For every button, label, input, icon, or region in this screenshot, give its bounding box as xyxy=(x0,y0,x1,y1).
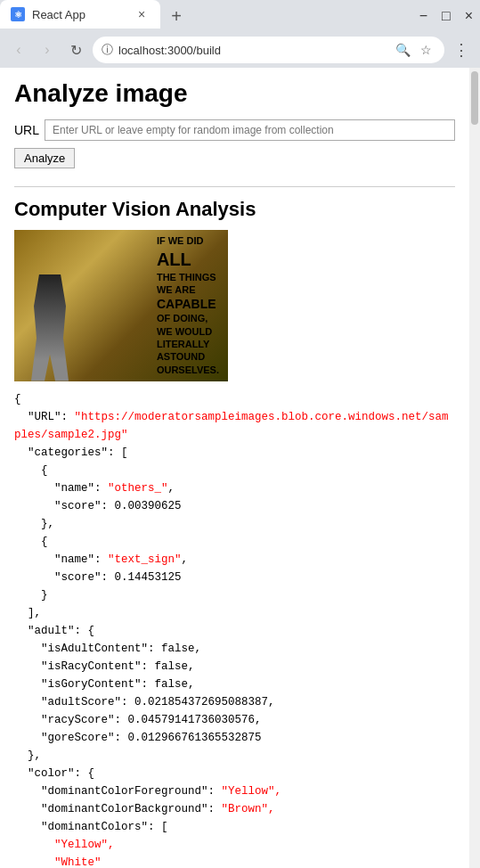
back-button[interactable]: ‹ xyxy=(7,38,30,61)
analyze-button[interactable]: Analyze xyxy=(14,148,75,168)
active-tab[interactable]: ⚛ React App × xyxy=(0,0,160,29)
address-text: localhost:3000/build xyxy=(118,44,387,57)
image-text: IF WE DID ALL THE THINGS WE ARE CAPABLE … xyxy=(157,234,219,376)
forward-button[interactable]: › xyxy=(36,38,59,61)
secure-icon: ⓘ xyxy=(102,42,113,58)
browser-chrome: ⚛ React App × + − □ × ‹ › ↻ ⓘ localhost:… xyxy=(0,0,480,68)
new-tab-button[interactable]: + xyxy=(164,4,189,29)
window-controls: − □ × xyxy=(419,0,480,32)
image-overlay: IF WE DID ALL THE THINGS WE ARE CAPABLE … xyxy=(14,230,228,381)
window-close-button[interactable]: × xyxy=(465,8,473,24)
refresh-button[interactable]: ↻ xyxy=(64,38,87,61)
tab-label: React App xyxy=(32,8,126,21)
scrollbar[interactable] xyxy=(469,68,480,868)
address-bar-row: ‹ › ↻ ⓘ localhost:3000/build 🔍 ☆ ⋮ xyxy=(0,32,480,68)
more-menu-button[interactable]: ⋮ xyxy=(450,38,473,61)
address-bar-actions: 🔍 ☆ xyxy=(393,40,435,60)
scrollbar-thumb[interactable] xyxy=(471,71,478,125)
analyzed-image: IF WE DID ALL THE THINGS WE ARE CAPABLE … xyxy=(14,230,228,381)
bookmark-icon[interactable]: ☆ xyxy=(416,40,435,60)
address-bar[interactable]: ⓘ localhost:3000/build 🔍 ☆ xyxy=(93,37,444,63)
minimize-button[interactable]: − xyxy=(419,8,427,24)
page-title: Analyze image xyxy=(14,78,455,109)
section-title: Computer Vision Analysis xyxy=(14,198,455,221)
search-icon[interactable]: 🔍 xyxy=(393,40,412,60)
url-label: URL xyxy=(14,123,39,137)
browser-viewport: Analyze image URL Analyze Computer Visio… xyxy=(0,68,480,868)
tab-favicon: ⚛ xyxy=(11,7,25,21)
maximize-button[interactable]: □ xyxy=(442,8,451,24)
page-content: Analyze image URL Analyze Computer Visio… xyxy=(0,68,469,868)
json-output: { "URL": "https://moderatorsampleimages.… xyxy=(14,390,455,868)
url-input[interactable] xyxy=(45,119,455,141)
divider xyxy=(14,186,455,187)
tab-close-button[interactable]: × xyxy=(134,6,150,22)
url-row: URL xyxy=(14,119,455,141)
